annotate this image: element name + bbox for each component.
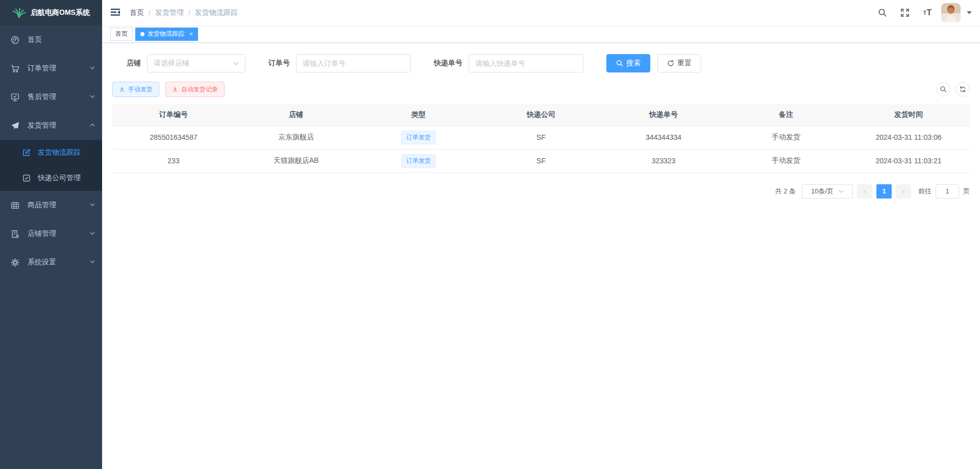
cell-ship-time: 2024-03-31 11:03:06 [847,126,970,149]
col-shop: 店铺 [235,104,357,126]
auto-ship-log-button[interactable]: 自动发货记录 [165,82,225,97]
tracking-no-input[interactable] [469,54,583,72]
cell-type: 订单发货 [357,149,480,172]
manual-ship-label: 手动发货 [128,85,153,94]
cell-ship-time: 2024-03-31 11:03:21 [847,149,970,172]
table-search-toggle-icon[interactable] [936,82,950,96]
manual-ship-button[interactable]: 手动发货 [112,82,159,97]
chevron-down-icon [839,190,844,193]
page-unit-label: 页 [963,187,970,196]
cell-order-no: 233 [112,149,235,172]
cell-shop: 京东旗舰店 [235,126,357,149]
table-toolbar: 手动发货 自动发货记录 [112,82,970,97]
page-size-select[interactable]: 10条/页 [802,184,853,199]
sidebar-item-label: 系统设置 [28,258,56,267]
shop-select[interactable]: 请选择店铺 [147,54,246,72]
edit-icon [22,149,31,157]
chevron-down-icon [90,95,95,98]
page-number-button[interactable]: 1 [876,184,892,199]
sidebar-subitem-label: 快递公司管理 [38,174,81,183]
header-search-icon[interactable] [874,4,891,21]
goto-page-group: 前往 页 [918,184,970,199]
sidebar-subitem-label: 发货物流跟踪 [38,148,81,157]
table-header-row: 订单编号 店铺 类型 快递公司 快递单号 备注 发货时间 [112,104,970,126]
avatar-caret-down-icon[interactable] [967,11,972,14]
col-type: 类型 [357,104,480,126]
prev-page-button[interactable]: ‹ [857,184,872,199]
order-no-input[interactable] [296,54,411,72]
chevron-up-icon [90,124,95,127]
chevron-down-icon [90,203,95,206]
active-dot-icon [140,32,144,36]
breadcrumb-separator: / [188,9,190,17]
breadcrumb: 首页 / 发货管理 / 发货物流跟踪 [130,8,238,17]
type-tag: 订单发货 [401,154,436,168]
cell-remark: 手动发货 [725,126,847,149]
cell-order-no: 285501634587 [112,126,235,149]
sidebar-item-label: 发货管理 [28,121,56,130]
table-refresh-icon[interactable] [955,82,970,96]
sidebar-item-goods[interactable]: 商品管理 [0,191,102,219]
navbar: 首页 / 发货管理 / 发货物流跟踪 [102,0,980,26]
download-icon [172,86,178,92]
shipping-submenu: 发货物流跟踪 快递公司管理 [0,140,102,191]
page-content: 店铺 请选择店铺 订单号 快递单号 [102,43,980,209]
tag-close-icon[interactable]: × [189,31,193,38]
aftersale-icon [10,92,19,102]
cell-type: 订单发货 [357,126,480,149]
shipping-table: 订单编号 店铺 类型 快递公司 快递单号 备注 发货时间 28550163458… [112,104,970,173]
sidebar-item-aftersale[interactable]: 售后管理 [0,83,102,111]
tag-label: 发货物流跟踪 [148,30,184,38]
cell-courier: SF [480,149,602,172]
sidebar-item-label: 订单管理 [28,64,56,73]
table-row[interactable]: 285501634587 京东旗舰店 订单发货 SF 344344334 手动发… [112,126,970,149]
sidebar-item-orders[interactable]: 订单管理 [0,54,102,83]
fullscreen-icon[interactable] [896,4,914,21]
goto-page-input[interactable] [936,184,959,199]
reset-button-label: 重置 [677,59,692,68]
sidebar-subitem-logistics-tracking[interactable]: 发货物流跟踪 [0,140,102,165]
col-courier: 快递公司 [480,104,602,126]
sidebar-item-settings[interactable]: 系统设置 [0,248,102,277]
col-remark: 备注 [725,104,847,126]
reset-button[interactable]: 重置 [657,54,701,72]
refresh-icon [667,60,674,67]
page-size-value: 10条/页 [811,187,834,196]
table-tools [936,82,970,96]
col-ship-time: 发货时间 [847,104,970,126]
font-size-icon[interactable]: TT [919,4,936,21]
app-root: 启航电商OMS系统 首页 订单管理 [0,0,980,469]
sidebar: 启航电商OMS系统 首页 订单管理 [0,0,102,469]
gear-icon [10,258,19,267]
sidebar-subitem-courier-company[interactable]: 快递公司管理 [0,165,102,191]
tag-home[interactable]: 首页 [110,28,133,41]
sidebar-collapse-icon[interactable] [110,8,120,18]
chevron-down-icon [233,62,239,65]
table-row[interactable]: 233 天猫旗舰店AB 订单发货 SF 323323 手动发货 2024-03-… [112,149,970,172]
goto-label: 前往 [918,187,932,196]
send-icon [10,121,19,130]
next-page-button[interactable]: › [896,184,911,199]
avatar[interactable] [941,3,961,22]
col-tracking-no: 快递单号 [602,104,725,126]
shop-filter-label: 店铺 [127,59,141,68]
cell-remark: 手动发货 [725,149,847,172]
chevron-down-icon [90,232,95,235]
search-button[interactable]: 搜索 [606,54,650,72]
cell-tracking-no: 344344334 [602,126,725,149]
cell-courier: SF [480,126,602,149]
tag-logistics-tracking[interactable]: 发货物流跟踪 × [135,28,198,41]
breadcrumb-item-current: 发货物流跟踪 [195,8,238,17]
sidebar-item-shops[interactable]: 店铺管理 [0,219,102,248]
tracking-no-filter-label: 快递单号 [434,59,462,68]
sidebar-item-shipping[interactable]: 发货管理 [0,111,102,140]
cell-shop: 天猫旗舰店AB [235,149,357,172]
auto-ship-log-label: 自动发货记录 [181,85,218,94]
navbar-right: TT [874,3,972,22]
sidebar-item-label: 店铺管理 [28,229,56,238]
download-icon [119,86,125,92]
col-order-no: 订单编号 [112,104,235,126]
order-no-filter-label: 订单号 [268,59,290,68]
breadcrumb-item-home[interactable]: 首页 [130,8,144,17]
sidebar-item-home[interactable]: 首页 [0,26,102,54]
